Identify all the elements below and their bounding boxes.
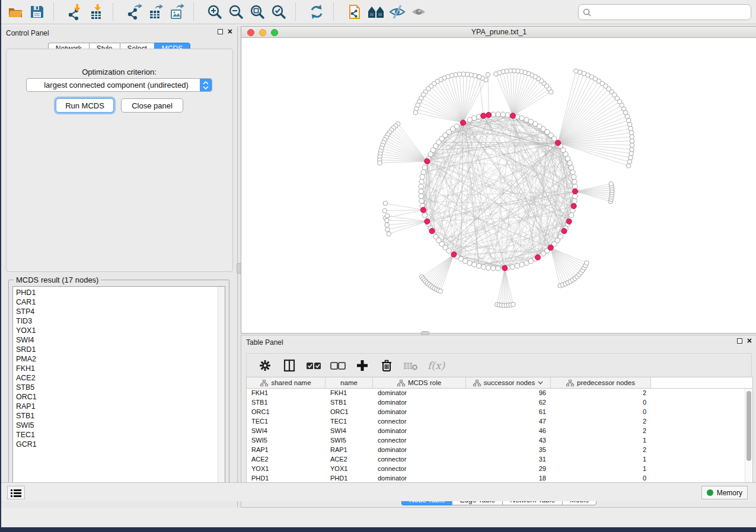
mcds-result-item[interactable]: STP4: [13, 307, 218, 316]
table-cell[interactable]: connector: [373, 455, 466, 464]
table-cell[interactable]: dominator: [373, 408, 466, 417]
save-session-icon[interactable]: [26, 2, 47, 22]
table-cell[interactable]: YOX1: [326, 464, 373, 474]
float-panel-icon[interactable]: [737, 338, 742, 344]
mcds-result-item[interactable]: GCR1: [13, 440, 218, 449]
graph-node[interactable]: [496, 112, 500, 117]
column-header-shared-name[interactable]: shared name: [247, 377, 326, 388]
graph-hub-node[interactable]: [510, 113, 515, 118]
graph-leaf-node[interactable]: [387, 232, 391, 236]
table-cell[interactable]: connector: [373, 436, 466, 446]
graph-hub-node[interactable]: [571, 203, 576, 209]
graph-leaf-node[interactable]: [630, 139, 634, 143]
graph-node[interactable]: [505, 113, 510, 117]
table-cell[interactable]: FKH1: [247, 389, 326, 398]
show-all-icon[interactable]: [408, 2, 429, 22]
window-minimize-icon[interactable]: [259, 29, 266, 36]
graph-hub-node[interactable]: [548, 245, 553, 250]
graph-node[interactable]: [422, 165, 427, 170]
close-panel-icon[interactable]: ×: [747, 338, 752, 344]
mcds-result-item[interactable]: FKH1: [13, 364, 218, 373]
first-neighbors-icon[interactable]: [365, 2, 387, 22]
table-row-ACE2[interactable]: ACE2ACE2connector311: [247, 455, 745, 464]
table-cell[interactable]: ORC1: [326, 408, 373, 417]
graph-hub-node[interactable]: [481, 113, 486, 118]
table-cell[interactable]: 0: [551, 398, 651, 408]
table-cell[interactable]: 2: [551, 389, 651, 398]
zoom-out-icon[interactable]: [225, 2, 247, 22]
table-cell[interactable]: dominator: [373, 389, 466, 398]
table-cell[interactable]: 0: [551, 408, 651, 417]
table-row-FKH1[interactable]: FKH1FKH1dominator962: [247, 389, 745, 398]
window-zoom-icon[interactable]: [271, 29, 278, 36]
table-cell[interactable]: dominator: [373, 427, 466, 436]
graph-node[interactable]: [571, 174, 576, 179]
table-row-SWI4[interactable]: SWI4SWI4dominator462: [247, 427, 745, 436]
graph-leaf-node[interactable]: [511, 302, 516, 307]
show-columns-icon[interactable]: [282, 358, 297, 373]
network-graph[interactable]: [241, 38, 756, 333]
table-cell[interactable]: 1: [551, 464, 651, 474]
zoom-selected-icon[interactable]: [268, 2, 289, 22]
graph-node[interactable]: [519, 116, 524, 120]
table-row-ORC1[interactable]: ORC1ORC1dominator610: [247, 408, 745, 417]
graph-leaf-node[interactable]: [494, 72, 499, 76]
graph-node[interactable]: [569, 165, 573, 170]
select-all-icon[interactable]: [306, 358, 321, 373]
table-cell[interactable]: dominator: [373, 398, 466, 408]
graph-leaf-node[interactable]: [627, 159, 632, 164]
mcds-result-item[interactable]: TEC1: [13, 430, 218, 440]
graph-node[interactable]: [419, 189, 423, 194]
task-history-button[interactable]: [7, 486, 25, 499]
function-builder-icon[interactable]: f(x): [428, 360, 445, 371]
mcds-result-item[interactable]: SRD1: [13, 345, 218, 354]
graph-leaf-node[interactable]: [629, 126, 633, 131]
graph-leaf-node[interactable]: [383, 201, 388, 206]
graph-leaf-node[interactable]: [630, 147, 634, 152]
graph-leaf-node[interactable]: [486, 72, 490, 77]
mcds-result-item[interactable]: PMA2: [13, 354, 218, 364]
column-header-name[interactable]: name: [326, 377, 373, 388]
graph-leaf-node[interactable]: [378, 161, 382, 165]
graph-node[interactable]: [491, 266, 496, 271]
add-entry-icon[interactable]: [355, 358, 370, 373]
table-row-RAP1[interactable]: RAP1RAP1dominator352: [247, 446, 745, 455]
mcds-result-item[interactable]: YOX1: [13, 326, 218, 335]
table-cell[interactable]: ORC1: [247, 408, 326, 417]
graph-leaf-node[interactable]: [385, 214, 390, 219]
memory-button[interactable]: Memory: [701, 486, 748, 499]
graph-node[interactable]: [496, 266, 500, 271]
graph-leaf-node[interactable]: [629, 155, 633, 160]
graph-node[interactable]: [573, 194, 578, 198]
table-cell[interactable]: ACE2: [326, 455, 373, 464]
open-session-icon[interactable]: [5, 2, 26, 22]
mcds-result-item[interactable]: SWI4: [13, 335, 218, 345]
graph-node[interactable]: [570, 169, 575, 174]
graph-hub-node[interactable]: [555, 140, 560, 146]
table-cell[interactable]: TEC1: [326, 417, 373, 427]
graph-node[interactable]: [421, 169, 426, 174]
graph-node[interactable]: [422, 213, 427, 217]
refresh-view-icon[interactable]: [306, 2, 327, 22]
table-scrollbar-thumb[interactable]: [747, 391, 751, 461]
graph-node[interactable]: [419, 184, 423, 189]
graph-leaf-node[interactable]: [438, 289, 443, 294]
column-header-MCDS-role[interactable]: MCDS role: [373, 377, 466, 388]
graph-hub-node[interactable]: [425, 159, 430, 164]
graph-leaf-node[interactable]: [630, 134, 634, 139]
graph-leaf-node[interactable]: [629, 130, 634, 135]
export-image-icon[interactable]: [166, 2, 187, 22]
hide-selected-icon[interactable]: [387, 2, 408, 22]
graph-node[interactable]: [515, 264, 519, 268]
table-cell[interactable]: 31: [466, 455, 551, 464]
table-cell[interactable]: 62: [466, 398, 551, 408]
table-cell[interactable]: TEC1: [247, 417, 326, 427]
network-canvas[interactable]: [241, 38, 756, 333]
graph-hub-node[interactable]: [429, 228, 435, 233]
graph-hub-node[interactable]: [502, 265, 508, 271]
graph-hub-node[interactable]: [486, 112, 492, 117]
mcds-result-list[interactable]: PHD1CAR1STP4TID3YOX1SWI4SRD1PMA2FKH1ACE2…: [12, 286, 225, 493]
import-network-from-file-icon[interactable]: [64, 2, 85, 22]
delete-table-icon[interactable]: [403, 358, 419, 373]
table-cell[interactable]: 29: [466, 464, 551, 474]
